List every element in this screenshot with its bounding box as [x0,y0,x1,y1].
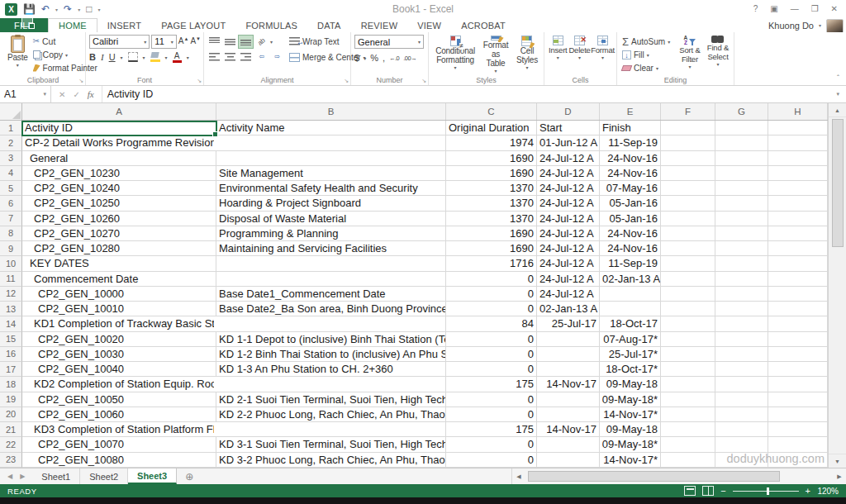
cell-H7[interactable] [768,212,828,226]
cell-A5[interactable]: CP2_GEN_10240 [22,181,216,196]
cell-E2[interactable]: 11-Sep-19 [600,136,661,150]
cell-D22[interactable] [537,437,600,452]
cell-D5[interactable]: 24-Jul-12 A [537,181,600,196]
cell-G9[interactable] [715,241,768,256]
cell-D3[interactable]: 24-Jul-12 A [537,151,600,166]
cell-B18[interactable] [216,377,446,392]
cell-C18[interactable]: 175 [446,377,537,392]
increase-decimal-icon[interactable]: ←.0 [389,55,399,62]
cell-G22[interactable] [715,437,768,452]
cell-A1[interactable]: Activity ID [22,121,216,136]
cell-A8[interactable]: CP2_GEN_10270 [22,226,216,241]
cell-D9[interactable]: 24-Jul-12 A [537,241,600,256]
cell-D23[interactable] [537,453,600,468]
cell-E5[interactable]: 07-May-16 [600,181,661,196]
cell-C7[interactable]: 1370 [446,212,537,226]
cell-C4[interactable]: 1690 [446,166,537,181]
italic-button[interactable]: I [101,52,104,62]
enter-icon[interactable]: ✓ [73,90,79,99]
cell-B20[interactable]: KD 2-2 Phuoc Long, Rach Chiec, An Phu, T… [216,407,446,422]
align-middle-button[interactable] [223,36,237,48]
row-header-11[interactable]: 11 [0,272,22,287]
row-header-19[interactable]: 19 [0,392,22,407]
decrease-indent-button[interactable]: ⇦ [254,51,269,64]
font-dialog-launcher[interactable]: ↘ [197,78,202,83]
cell-B3[interactable] [216,151,446,166]
fill-color-icon[interactable] [150,52,160,62]
borders-icon[interactable] [128,52,138,62]
cell-C5[interactable]: 1370 [446,181,537,196]
cell-H12[interactable] [768,287,828,302]
cell-G11[interactable] [715,272,768,287]
cell-F13[interactable] [661,302,715,316]
cell-E8[interactable]: 24-Nov-16 [600,226,661,241]
cell-A13[interactable]: CP2_GEN_10010 [22,302,216,316]
cell-D14[interactable]: 25-Jul-17 [537,316,600,331]
tab-page-layout[interactable]: PAGE LAYOUT [151,18,235,32]
tab-acrobat[interactable]: ACROBAT [451,18,516,32]
cell-E10[interactable]: 11-Sep-19 [600,256,661,271]
font-family-select[interactable]: Calibri▾ [89,35,150,49]
sheet-tab-sheet2[interactable]: Sheet2 [80,468,128,484]
cell-H4[interactable] [768,166,828,181]
row-header-7[interactable]: 7 [0,212,22,226]
row-header-14[interactable]: 14 [0,316,22,331]
cell-E11[interactable]: 02-Jan-13 A [600,272,661,287]
cell-E17[interactable]: 18-Oct-17* [600,362,661,377]
row-header-10[interactable]: 10 [0,256,22,271]
col-header-A[interactable]: A [22,103,216,120]
page-break-view-icon[interactable] [702,486,714,496]
cell-B9[interactable]: Maintaining and Servicing Facilities [216,241,446,256]
cell-E1[interactable]: Finish [600,121,661,136]
paste-button[interactable]: Paste ▾ [4,35,31,74]
col-header-E[interactable]: E [600,103,661,120]
format-cells-button[interactable]: Format▾ [592,35,615,74]
cell-D17[interactable] [537,362,600,377]
cell-B12[interactable]: Base Date1_Commencement Date [216,287,446,302]
vertical-scroll-thumb[interactable] [832,119,844,247]
row-header-22[interactable]: 22 [0,437,22,452]
col-header-C[interactable]: C [446,103,537,120]
select-all-corner[interactable] [0,103,22,120]
cell-B16[interactable]: KD 1-2 Binh Thai Station to (inclusive) … [216,347,446,362]
align-right-button[interactable] [239,51,253,64]
cell-styles-button[interactable]: Cell Styles▾ [513,35,541,74]
scroll-left-icon[interactable]: ◀ [512,468,525,484]
col-header-H[interactable]: H [768,103,828,120]
cell-B8[interactable]: Programming & Planning [216,226,446,241]
row-header-21[interactable]: 21 [0,422,22,437]
align-left-button[interactable] [207,51,221,64]
alignment-dialog-launcher[interactable]: ↘ [344,78,349,83]
minimize-icon[interactable]: — [791,5,799,13]
cell-G19[interactable] [715,392,768,407]
cell-F17[interactable] [661,362,715,377]
zoom-out-icon[interactable]: − [720,487,725,496]
tab-review[interactable]: REVIEW [351,18,408,32]
cell-G6[interactable] [715,196,768,211]
zoom-in-icon[interactable]: + [806,487,810,496]
cell-A6[interactable]: CP2_GEN_10250 [22,196,216,211]
cell-B10[interactable] [216,256,446,271]
name-box[interactable]: A1 ▾ [0,86,51,102]
cell-G2[interactable] [715,136,768,150]
cell-E16[interactable]: 25-Jul-17* [600,347,661,362]
cell-B11[interactable] [216,272,446,287]
cell-E4[interactable]: 24-Nov-16 [600,166,661,181]
cell-E23[interactable]: 14-Nov-17* [600,453,661,468]
cell-G20[interactable] [715,407,768,422]
cell-G13[interactable] [715,302,768,316]
cell-D6[interactable]: 24-Jul-12 A [537,196,600,211]
cell-D15[interactable] [537,332,600,347]
cell-F15[interactable] [661,332,715,347]
cell-E9[interactable]: 24-Nov-16 [600,241,661,256]
cell-F3[interactable] [661,151,715,166]
cell-B13[interactable]: Base Date2_Ba Son area, Binh Duong Provi… [216,302,446,316]
align-top-button[interactable] [207,36,221,48]
cell-H1[interactable] [768,121,828,136]
tab-insert[interactable]: INSERT [97,18,151,32]
cell-H15[interactable] [768,332,828,347]
cell-C8[interactable]: 1690 [446,226,537,241]
col-header-G[interactable]: G [715,103,768,120]
row-header-20[interactable]: 20 [0,407,22,422]
cell-G17[interactable] [715,362,768,377]
